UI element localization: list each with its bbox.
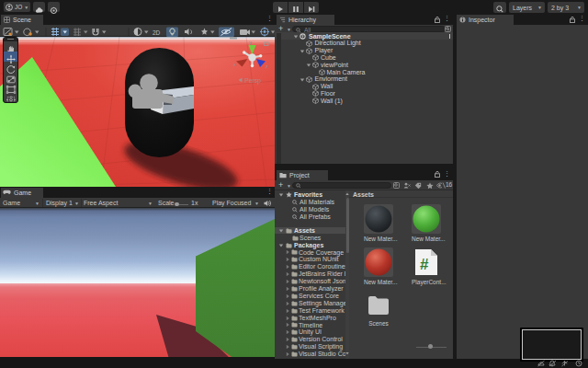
svg-text:#: # xyxy=(420,256,429,273)
svg-text:2D: 2D xyxy=(153,29,161,35)
svg-text:y: y xyxy=(249,40,252,45)
svg-text:Persp: Persp xyxy=(244,77,261,85)
svg-text:x: x xyxy=(233,62,236,67)
svg-text:z: z xyxy=(266,63,268,69)
